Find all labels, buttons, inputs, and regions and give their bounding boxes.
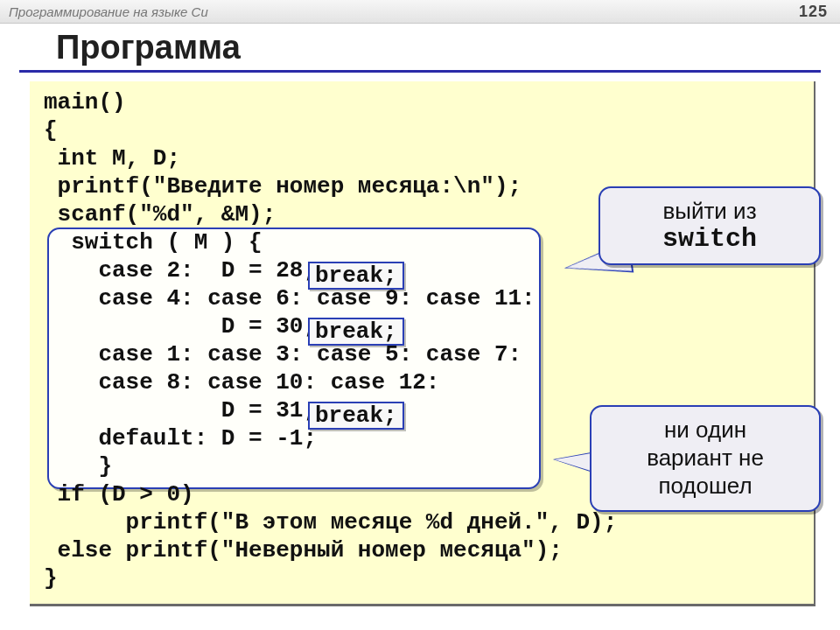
- break-box-3: break;: [308, 402, 404, 430]
- topbar: Программирование на языке Си 125: [0, 0, 840, 24]
- code-line: if (D > 0): [44, 481, 194, 508]
- callout-text: вариант не: [609, 444, 802, 472]
- callout-exit-switch: выйти из switch: [598, 186, 821, 265]
- code-line: case 2: D = 28;: [44, 257, 317, 284]
- code-line: {: [44, 117, 58, 144]
- code-line: main(): [44, 89, 126, 116]
- callout-text: выйти из: [618, 197, 802, 225]
- code-line: }: [44, 565, 58, 592]
- code-line: scanf("%d", &M);: [44, 201, 276, 228]
- callout-text: подошел: [609, 472, 802, 500]
- page-number: 125: [799, 3, 828, 21]
- course-title: Программирование на языке Си: [9, 4, 208, 19]
- code-line: D = 31;: [44, 397, 317, 424]
- callout-text-mono: switch: [618, 225, 802, 253]
- break-box-1: break;: [308, 262, 404, 290]
- code-line: printf("В этом месяце %d дней.", D);: [44, 509, 617, 536]
- code-line: D = 30;: [44, 313, 317, 340]
- code-line: case 8: case 10: case 12:: [44, 369, 439, 396]
- code-line: int M, D;: [44, 145, 180, 172]
- code-line: case 1: case 3: case 5: case 7:: [44, 341, 522, 368]
- callout-text: ни один: [609, 416, 802, 444]
- break-box-2: break;: [308, 318, 404, 346]
- slide: Программирование на языке Си 125 Програм…: [0, 0, 840, 630]
- slide-title: Программа: [19, 24, 821, 73]
- code-line: case 4: case 6: case 9: case 11:: [44, 285, 536, 312]
- code-line: default: D = -1;: [44, 425, 317, 452]
- callout-no-match: ни один вариант не подошел: [590, 405, 821, 512]
- code-line: else printf("Неверный номер месяца");: [44, 537, 563, 564]
- code-block: main() { int M, D; printf("Введите номер…: [30, 81, 816, 606]
- code-line: switch ( M ) {: [44, 229, 262, 256]
- code-line: printf("Введите номер месяца:\n");: [44, 173, 522, 200]
- code-line: }: [44, 453, 112, 480]
